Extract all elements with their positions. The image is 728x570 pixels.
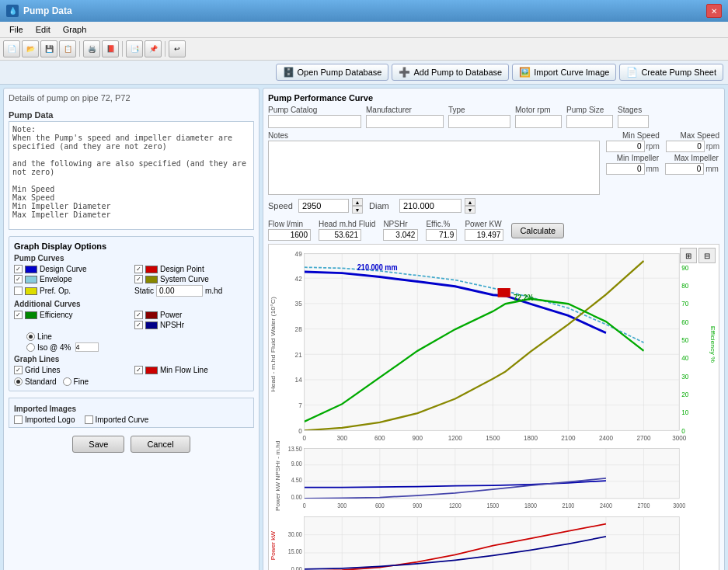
pump-data-textarea[interactable]: Note: When the Pump's speed and impeller… (9, 121, 254, 230)
menu-graph[interactable]: Graph (57, 23, 93, 36)
menu-edit[interactable]: Edit (30, 23, 57, 36)
tb-print[interactable]: 🖨️ (83, 40, 100, 57)
npsh-val-label: NPSHr (383, 220, 418, 228)
imported-curve-checkbox[interactable] (85, 415, 93, 424)
max-speed-input[interactable] (666, 141, 705, 152)
min-speed-group: Min Speed rpm (606, 131, 660, 152)
iso-percent-input[interactable] (75, 342, 99, 352)
right-panel: Pump Performance Curve Pump Catalog Manu… (263, 88, 725, 570)
min-impeller-input[interactable] (606, 163, 645, 175)
y-axis-left-title: Head - m.hd Fluid Water (10°C) (270, 297, 277, 392)
notes-textarea[interactable] (268, 141, 600, 195)
fine-radio[interactable] (63, 377, 71, 386)
pump-data-section-title: Pump Data (9, 110, 254, 120)
power-label: Power (160, 311, 182, 319)
type-input[interactable] (448, 115, 510, 128)
npsh-val-input[interactable] (383, 229, 418, 241)
diam-up-btn[interactable]: ▲ (465, 198, 475, 206)
min-impeller-label: Min Impeller (606, 154, 660, 162)
min-flow-color (145, 367, 158, 374)
manufacturer-input[interactable] (366, 115, 444, 128)
line-radio[interactable] (26, 332, 35, 341)
diam-row: Diam ▲ ▼ (369, 198, 475, 214)
speed-up-btn[interactable]: ▲ (352, 198, 363, 206)
pref-op-color (25, 287, 37, 295)
min-speed-label: Min Speed (606, 131, 660, 140)
max-impeller-input[interactable] (665, 163, 704, 175)
min-flow-checkbox[interactable] (134, 366, 143, 374)
pump-catalog-input[interactable] (268, 115, 361, 128)
imported-logo-checkbox[interactable] (14, 415, 23, 424)
tb-new[interactable]: 📄 (3, 40, 20, 57)
grid-lines-checkbox[interactable] (14, 366, 23, 374)
open-pump-db-button[interactable]: 🗄️ Open Pump Database (276, 64, 389, 81)
diam-input[interactable] (399, 199, 462, 213)
pref-op-label: Pref. Op. (40, 287, 71, 295)
effic-val-input[interactable] (426, 229, 457, 241)
standard-radio[interactable] (14, 377, 23, 386)
efficiency-mode-row: Line (26, 332, 249, 341)
tb-open[interactable]: 📂 (22, 40, 39, 57)
app-icon: 💧 (6, 5, 19, 17)
fine-radio-label: Fine (74, 377, 89, 386)
import-curve-button[interactable]: 🖼️ Import Curve Image (512, 64, 616, 81)
tb-paste[interactable]: 📌 (145, 40, 162, 57)
design-curve-color (25, 266, 37, 273)
notes-label: Notes (268, 131, 600, 140)
design-point-color (145, 266, 158, 273)
motor-rpm-group: Motor rpm (515, 106, 562, 128)
svg-text:1800: 1800 (524, 434, 538, 443)
diam-down-btn[interactable]: ▼ (465, 206, 475, 214)
svg-text:0.00: 0.00 (291, 494, 302, 502)
tb-saveas[interactable]: 📋 (59, 40, 76, 57)
zoom-in-button[interactable]: ⊞ (680, 248, 697, 263)
tb-pdf[interactable]: 📕 (102, 40, 119, 57)
efficiency-checkbox[interactable] (14, 311, 23, 319)
motor-rpm-input[interactable] (515, 115, 562, 128)
pump-size-group: Pump Size (566, 106, 613, 128)
svg-text:1500: 1500 (486, 502, 499, 509)
calculate-button[interactable]: Calculate (511, 223, 564, 238)
power-val-group: Power KW (465, 220, 503, 241)
import-icon: 🖼️ (519, 67, 531, 78)
head-val-label: Head m.hd Fluid (319, 220, 375, 228)
design-curve-label: Design Curve (40, 265, 87, 273)
effic-val-group: Effic.% (426, 220, 457, 241)
pref-op-checkbox[interactable] (14, 287, 23, 295)
close-button[interactable]: ✕ (706, 4, 722, 18)
cancel-button[interactable]: Cancel (131, 436, 190, 453)
svg-text:900: 900 (413, 502, 422, 509)
envelope-checkbox[interactable] (14, 275, 23, 283)
min-speed-input[interactable] (606, 141, 645, 152)
y-axis-power-title: Power kW (270, 530, 277, 560)
design-point-checkbox[interactable] (134, 265, 143, 273)
static-unit-label: m.hd (205, 287, 222, 295)
iso-radio[interactable] (26, 343, 35, 352)
power-val-input[interactable] (465, 229, 503, 241)
design-curve-checkbox[interactable] (14, 265, 23, 273)
svg-text:600: 600 (374, 434, 385, 443)
static-value-input[interactable] (156, 285, 203, 297)
system-curve-checkbox[interactable] (134, 275, 143, 283)
menu-file[interactable]: File (3, 23, 30, 36)
toolbar-sep-1 (79, 41, 80, 57)
pump-size-input[interactable] (566, 115, 613, 128)
add-pump-db-button[interactable]: ➕ Add Pump to Database (392, 64, 509, 81)
speed-input[interactable] (298, 199, 349, 213)
flow-val-input[interactable] (268, 229, 311, 241)
stages-input[interactable] (618, 115, 649, 128)
tb-copy[interactable]: 📑 (126, 40, 143, 57)
create-sheet-button[interactable]: 📄 Create Pump Sheet (619, 64, 723, 81)
npsh-checkbox[interactable] (134, 321, 143, 329)
speed-down-btn[interactable]: ▼ (352, 206, 363, 214)
tb-undo[interactable]: ↩ (169, 40, 186, 57)
menu-bar: File Edit Graph (0, 22, 728, 38)
head-val-input[interactable] (319, 229, 361, 241)
stages-group: Stages (618, 106, 649, 128)
imported-images-section: Imported Images Imported Logo Imported C… (9, 398, 254, 428)
tb-save[interactable]: 💾 (40, 40, 57, 57)
zoom-out-button[interactable]: ⊟ (698, 248, 716, 263)
svg-text:13.50: 13.50 (288, 446, 302, 454)
power-checkbox[interactable] (134, 311, 143, 319)
save-button[interactable]: Save (72, 436, 124, 453)
